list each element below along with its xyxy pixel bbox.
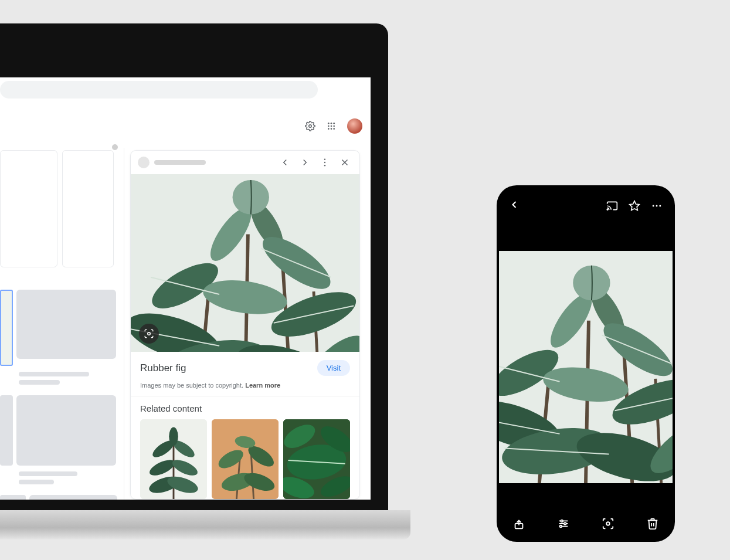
svg-point-60 (560, 525, 562, 528)
svg-point-50 (653, 205, 654, 207)
lens-button[interactable] (139, 324, 159, 344)
address-bar[interactable] (0, 81, 318, 99)
svg-point-61 (606, 522, 610, 525)
close-button[interactable] (337, 155, 352, 170)
text-placeholder (19, 380, 60, 385)
phone-photo[interactable] (499, 251, 673, 483)
image-title: Rubber fig (140, 362, 317, 374)
laptop-base (0, 510, 410, 539)
svg-point-34 (331, 123, 332, 124)
svg-point-40 (331, 128, 332, 130)
result-selected-thumb[interactable] (0, 290, 13, 366)
browser-chrome (0, 77, 371, 148)
back-button[interactable] (508, 199, 520, 213)
result-placeholder[interactable] (0, 395, 13, 466)
hero-image[interactable] (131, 174, 359, 352)
svg-point-48 (607, 209, 608, 210)
svg-point-32 (309, 125, 312, 128)
cast-icon[interactable] (606, 199, 619, 212)
result-placeholder[interactable] (0, 495, 26, 500)
phone-bottombar (497, 516, 675, 531)
profile-avatar[interactable] (347, 118, 362, 134)
related-section: Related content (131, 396, 359, 499)
panel-header (131, 151, 359, 174)
prev-button[interactable] (277, 155, 293, 170)
result-placeholder[interactable] (16, 290, 116, 359)
svg-point-36 (328, 125, 330, 127)
phone-mockup (497, 185, 675, 542)
copyright-row: Images may be subject to copyright. Lear… (131, 382, 359, 396)
related-thumb[interactable] (283, 419, 350, 499)
svg-point-33 (328, 123, 330, 124)
svg-point-47 (148, 332, 151, 335)
image-detail-panel: Rubber fig Visit Images may be subject t… (130, 150, 360, 500)
delete-icon[interactable] (645, 516, 660, 531)
svg-point-35 (333, 123, 335, 124)
header-actions (305, 118, 362, 134)
source-avatar[interactable] (138, 157, 150, 168)
svg-point-41 (333, 128, 335, 130)
lens-icon[interactable] (600, 516, 616, 531)
text-placeholder (19, 471, 77, 476)
visit-button[interactable]: Visit (317, 360, 350, 376)
results-grid (0, 148, 124, 500)
content-area: Rubber fig Visit Images may be subject t… (0, 148, 371, 500)
svg-point-38 (333, 125, 335, 127)
copyright-text: Images may be subject to copyright. (140, 382, 245, 389)
svg-point-39 (328, 128, 330, 130)
learn-more-link[interactable]: Learn more (245, 382, 280, 389)
laptop-screen: Rubber fig Visit Images may be subject t… (0, 77, 371, 500)
laptop-bezel: Rubber fig Visit Images may be subject t… (0, 23, 388, 510)
result-placeholder[interactable] (29, 495, 117, 500)
text-placeholder (19, 372, 89, 376)
result-placeholder[interactable] (0, 150, 57, 267)
phone-topbar (497, 197, 675, 215)
info-icon[interactable] (112, 144, 118, 150)
share-icon[interactable] (511, 516, 527, 531)
edit-sliders-icon[interactable] (556, 516, 571, 531)
star-icon[interactable] (628, 199, 641, 212)
result-placeholder[interactable] (16, 395, 116, 466)
svg-point-42 (324, 159, 325, 160)
source-name-placeholder (154, 160, 206, 165)
more-horizontal-icon[interactable] (650, 199, 663, 212)
svg-point-52 (659, 205, 661, 207)
title-row: Rubber fig Visit (131, 352, 359, 382)
laptop-mockup: Rubber fig Visit Images may be subject t… (0, 23, 410, 539)
text-placeholder (19, 480, 54, 484)
result-placeholder[interactable] (62, 150, 114, 267)
svg-marker-49 (630, 201, 640, 211)
svg-point-44 (324, 165, 325, 166)
settings-icon[interactable] (305, 121, 315, 131)
svg-point-56 (561, 520, 563, 522)
svg-point-37 (331, 125, 332, 127)
svg-point-43 (324, 162, 325, 163)
next-button[interactable] (297, 155, 313, 170)
related-thumb[interactable] (140, 419, 207, 499)
related-thumb[interactable] (212, 419, 279, 499)
apps-grid-icon[interactable] (326, 121, 337, 131)
svg-point-58 (564, 522, 566, 525)
related-heading: Related content (140, 403, 350, 413)
more-options-icon[interactable] (317, 155, 332, 170)
svg-point-51 (656, 205, 658, 207)
